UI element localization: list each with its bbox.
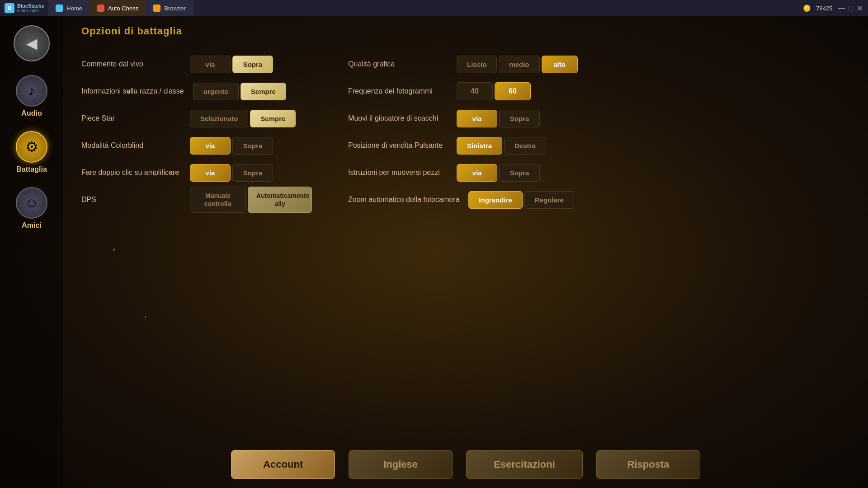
piece-star-label: Piece Star xyxy=(81,114,181,122)
sidebar-item-battaglia[interactable]: ⚙ Battaglia xyxy=(16,131,47,174)
inglese-button[interactable]: Inglese xyxy=(349,450,453,479)
setting-qualita-grafica: Qualità grafica Liscio medio alto xyxy=(348,51,579,78)
close-button[interactable]: ✕ xyxy=(857,4,863,13)
doppio-clic-via-btn[interactable]: via xyxy=(190,164,231,182)
tab-browser[interactable]: Browser xyxy=(146,0,193,16)
bottom-navigation: Account Inglese Esercitazioni Risposta xyxy=(63,450,868,479)
taskbar-tabs: Home Auto Chess Browser xyxy=(48,0,797,16)
colorblind-sopra-btn[interactable]: Sopra xyxy=(232,137,273,155)
main-content: Opzioni di battaglia Commento dal vivo v… xyxy=(63,16,868,488)
brand: B BlueStacks 5.00.1.1005 xyxy=(0,3,48,13)
commento-sopra-btn[interactable]: Sopra xyxy=(232,56,273,73)
brand-name: BlueStacks xyxy=(17,3,44,9)
dps-toggle-group: Manuale controllo Automaticamente ally xyxy=(190,187,312,213)
zoom-fotocamera-label: Zoom automatico della fotocamera xyxy=(348,196,459,204)
informazioni-sempre-btn[interactable]: Sempre xyxy=(241,83,286,100)
dps-label: DPS xyxy=(81,196,181,204)
back-button[interactable]: ◀ xyxy=(14,25,50,61)
setting-colorblind: Modalità Colorblind via Sopra xyxy=(81,132,312,159)
commento-toggle-group: via Sopra xyxy=(190,56,273,73)
home-tab-icon xyxy=(56,5,63,12)
istruzioni-toggle-group: via Sopra xyxy=(457,164,540,182)
setting-posizione-vendita: Posizione di vendita Pulsante Sinistra D… xyxy=(348,132,579,159)
taskbar: B BlueStacks 5.00.1.1005 Home Auto Chess… xyxy=(0,0,868,16)
freq-40-btn[interactable]: 40 xyxy=(457,82,493,100)
zoom-toggle-group: Ingrandire Regolare xyxy=(468,191,574,209)
setting-muovi-giocatore: Muovi il giocatore di scacchi via Sopra xyxy=(348,105,579,132)
setting-commento-dal-vivo: Commento dal vivo via Sopra xyxy=(81,51,312,78)
setting-istruzioni-muoversi: Istruzioni per muoversi pezzi via Sopra xyxy=(348,159,579,186)
account-button[interactable]: Account xyxy=(231,450,335,479)
qualita-grafica-label: Qualità grafica xyxy=(348,60,448,68)
page-title: Opzioni di battaglia xyxy=(81,25,850,37)
qualita-liscio-btn[interactable]: Liscio xyxy=(457,56,497,73)
istruzioni-sopra-btn[interactable]: Sopra xyxy=(499,164,540,182)
settings-grid: Commento dal vivo via Sopra Informazioni… xyxy=(81,51,579,213)
tab-chess-label: Auto Chess xyxy=(108,5,138,12)
muovi-sopra-btn[interactable]: Sopra xyxy=(499,110,540,127)
istruzioni-via-btn[interactable]: via xyxy=(457,164,497,182)
piece-star-sempre-btn[interactable]: Sempre xyxy=(250,110,296,127)
istruzioni-muoversi-label: Istruzioni per muoversi pezzi xyxy=(348,169,448,177)
tab-browser-label: Browser xyxy=(164,5,186,12)
doppio-clic-sopra-btn[interactable]: Sopra xyxy=(232,164,273,182)
brand-version: 5.00.1.1005 xyxy=(17,9,44,13)
minimize-button[interactable]: — xyxy=(838,4,845,13)
doppio-clic-label: Fare doppio clic su amplificare xyxy=(81,169,181,177)
muovi-via-btn[interactable]: via xyxy=(457,110,497,127)
informazioni-toggle-group: urgente Sempre xyxy=(193,83,286,100)
friends-icon: ☺ xyxy=(25,195,39,211)
setting-dps: DPS Manuale controllo Automaticamente al… xyxy=(81,186,312,213)
maximize-button[interactable]: □ xyxy=(849,4,853,13)
commento-via-btn[interactable]: via xyxy=(190,56,231,73)
muovi-giocatore-label: Muovi il giocatore di scacchi xyxy=(348,114,448,122)
dps-automaticamente-btn[interactable]: Automaticamente ally xyxy=(248,187,312,213)
qualita-toggle-group: Liscio medio alto xyxy=(457,56,578,73)
tab-home[interactable]: Home xyxy=(48,0,90,16)
colorblind-via-btn[interactable]: via xyxy=(190,137,231,155)
zoom-regolare-btn[interactable]: Regolare xyxy=(524,191,574,209)
qualita-alto-btn[interactable]: alto xyxy=(542,56,578,73)
informazioni-urgente-btn[interactable]: urgente xyxy=(193,83,239,100)
amici-icon-wrap: ☺ xyxy=(16,187,47,219)
posizione-destra-btn[interactable]: Destra xyxy=(504,137,546,155)
piece-star-selezionato-btn[interactable]: Selezionato xyxy=(190,110,248,127)
piece-star-toggle-group: Selezionato Sempre xyxy=(190,110,296,127)
colorblind-toggle-group: via Sopra xyxy=(190,137,273,155)
bluestacks-logo: B xyxy=(5,3,14,13)
battaglia-icon-wrap: ⚙ xyxy=(16,131,47,163)
audio-icon-wrap: ♪ xyxy=(16,75,47,107)
posizione-toggle-group: Sinistra Destra xyxy=(457,137,546,155)
tab-auto-chess[interactable]: Auto Chess xyxy=(90,0,146,16)
setting-informazioni-razza: Informazioni sulla razza / classe urgent… xyxy=(81,78,312,105)
setting-doppio-clic: Fare doppio clic su amplificare via Sopr… xyxy=(81,159,312,186)
informazioni-razza-label: Informazioni sulla razza / classe xyxy=(81,87,184,95)
chess-tab-icon xyxy=(97,5,104,12)
sidebar-item-amici[interactable]: ☺ Amici xyxy=(16,187,47,230)
setting-piece-star: Piece Star Selezionato Sempre xyxy=(81,105,312,132)
dps-manuale-btn[interactable]: Manuale controllo xyxy=(190,187,246,213)
sidebar: ◀ ♪ Audio ⚙ Battaglia ☺ Amici xyxy=(0,16,63,488)
muovi-toggle-group: via Sopra xyxy=(457,110,540,127)
sidebar-audio-label: Audio xyxy=(21,109,42,117)
frequenza-toggle-group: 40 60 xyxy=(457,82,531,100)
audio-icon: ♪ xyxy=(28,83,35,99)
doppio-clic-toggle-group: via Sopra xyxy=(190,164,273,182)
taskbar-right: 🪙 78425 — □ ✕ xyxy=(797,4,868,13)
coin-count: 78425 xyxy=(816,5,832,12)
esercitazioni-button[interactable]: Esercitazioni xyxy=(466,450,583,479)
sidebar-amici-label: Amici xyxy=(22,221,42,230)
frequenza-label: Frequenza dei fotogrammi xyxy=(348,87,448,95)
browser-tab-icon xyxy=(153,5,160,12)
freq-60-btn[interactable]: 60 xyxy=(495,82,531,100)
tab-home-label: Home xyxy=(66,5,82,12)
setting-zoom-fotocamera: Zoom automatico della fotocamera Ingrand… xyxy=(348,186,579,213)
coin-icon: 🪙 xyxy=(803,5,811,12)
posizione-sinistra-btn[interactable]: Sinistra xyxy=(457,137,502,155)
zoom-ingrandire-btn[interactable]: Ingrandire xyxy=(468,191,522,209)
setting-frequenza: Frequenza dei fotogrammi 40 60 xyxy=(348,78,579,105)
sidebar-item-audio[interactable]: ♪ Audio xyxy=(16,75,47,117)
qualita-medio-btn[interactable]: medio xyxy=(499,56,539,73)
commento-dal-vivo-label: Commento dal vivo xyxy=(81,60,181,68)
risposta-button[interactable]: Risposta xyxy=(596,450,700,479)
